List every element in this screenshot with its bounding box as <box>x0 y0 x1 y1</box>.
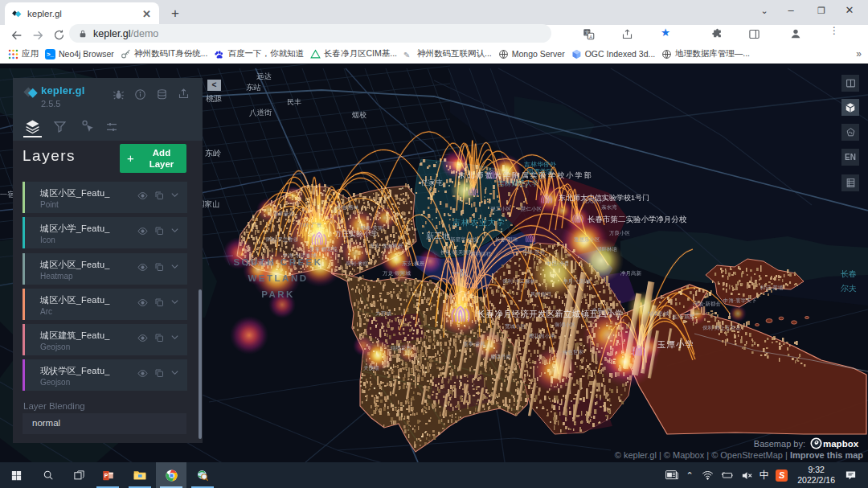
svg-text:御湖小区: 御湖小区 <box>555 322 576 327</box>
svg-text:吉大附小: 吉大附小 <box>582 198 604 204</box>
svg-text:雷明锦程: 雷明锦程 <box>470 251 492 257</box>
svg-text:宽城小区: 宽城小区 <box>505 323 526 330</box>
svg-text:WETLAND: WETLAND <box>248 273 309 283</box>
svg-text:保利·海上五月花: 保利·海上五月花 <box>702 325 741 331</box>
svg-text:PARK: PARK <box>261 289 295 299</box>
svg-text:净月高新: 净月高新 <box>620 270 642 277</box>
svg-text:伟峰·东第: 伟峰·东第 <box>360 225 383 231</box>
svg-text:mapbox: mapbox <box>823 439 859 449</box>
svg-text:玉潭小学: 玉潭小学 <box>657 339 694 349</box>
svg-text:雅居乐小区: 雅居乐小区 <box>574 236 600 243</box>
svg-text:中海·水岸春城: 中海·水岸春城 <box>283 252 317 259</box>
svg-text:万庄实验小学: 万庄实验小学 <box>334 230 378 238</box>
svg-text:远达: 远达 <box>256 72 272 80</box>
svg-text:八道街: 八道街 <box>249 108 272 117</box>
svg-text:P: P <box>104 473 108 478</box>
svg-text:湖畔林语: 湖畔林语 <box>596 246 618 252</box>
svg-text:净月·七彩城: 净月·七彩城 <box>563 278 591 285</box>
svg-text:民丰: 民丰 <box>287 98 301 106</box>
svg-text:绿地·新都会: 绿地·新都会 <box>693 301 721 307</box>
svg-text:伟峰·慧谷: 伟峰·慧谷 <box>522 249 546 256</box>
svg-text:慧仁小区: 慧仁小区 <box>520 206 542 211</box>
svg-text:保利·十二橡树: 保利·十二橡树 <box>502 278 536 284</box>
svg-text:中信·净月: 中信·净月 <box>547 260 569 267</box>
svg-text:长春市第二实验小学净月分校: 长春市第二实验小学净月分校 <box>588 215 687 223</box>
svg-text:大有城: 大有城 <box>375 310 391 316</box>
svg-text:天茂湖: 天茂湖 <box>363 365 379 371</box>
svg-text:东岭: 东岭 <box>205 149 221 158</box>
svg-text:吉林财经大学: 吉林财经大学 <box>497 179 539 187</box>
svg-text:亚泰·樱花苑: 亚泰·樱花苑 <box>309 246 338 252</box>
svg-text:亲水湾: 亲水湾 <box>601 204 617 211</box>
svg-text:东站: 东站 <box>246 83 261 92</box>
svg-text:东安·枫景: 东安·枫景 <box>402 260 425 266</box>
svg-text:净月小区: 净月小区 <box>592 307 613 314</box>
svg-text:康诗丹郡: 康诗丹郡 <box>490 354 511 360</box>
svg-text:尔夫: 尔夫 <box>841 284 857 293</box>
svg-text:理工小区: 理工小区 <box>490 206 512 211</box>
svg-text:任家屯: 任家屯 <box>420 178 443 187</box>
svg-text:东安·澳洲枫景: 东安·澳洲枫景 <box>370 243 403 249</box>
svg-text:保利·罗兰香谷: 保利·罗兰香谷 <box>265 236 299 243</box>
svg-text:东北师范大学附属实验学校小学部: 东北师范大学附属实验学校小学部 <box>457 171 593 179</box>
svg-text:金色世家: 金色世家 <box>563 349 584 355</box>
svg-text:长春·明珠: 长春·明珠 <box>495 236 518 243</box>
svg-text:新工地: 新工地 <box>426 232 450 240</box>
svg-text:东北师大中信实验学校1号门: 东北师大中信实验学校1号门 <box>558 194 649 202</box>
svg-text:一队: 一队 <box>452 269 469 277</box>
svg-text:万科·惠斯勒: 万科·惠斯勒 <box>246 260 274 266</box>
svg-text:远洋·戚墅: 远洋·戚墅 <box>672 314 695 320</box>
svg-text:力旺·广景: 力旺·广景 <box>299 222 322 228</box>
svg-text:长电·晓天国际: 长电·晓天国际 <box>440 249 474 256</box>
svg-text:樱花园小学: 樱花园小学 <box>529 333 555 339</box>
svg-text:万良小区: 万良小区 <box>609 230 631 236</box>
svg-text:新星宇·之悦: 新星宇·之悦 <box>450 236 478 243</box>
svg-text:烟校: 烟校 <box>351 111 366 119</box>
svg-text:桃源: 桃源 <box>206 94 222 103</box>
svg-text:万龙·银河城: 万龙·银河城 <box>383 270 411 277</box>
svg-text:亚泰·豪苑: 亚泰·豪苑 <box>463 341 486 347</box>
svg-text:金地·格林: 金地·格林 <box>336 204 359 211</box>
svg-text:保利·香槟: 保利·香槟 <box>346 260 369 267</box>
svg-text:和记·黄埔: 和记·黄埔 <box>760 285 784 291</box>
svg-text:御翠豪庭: 御翠豪庭 <box>273 211 295 216</box>
svg-text:怡众名城: 怡众名城 <box>647 310 669 317</box>
svg-text:锦绣花园: 锦绣花园 <box>390 345 411 351</box>
svg-text:吉林华侨外: 吉林华侨外 <box>524 161 556 168</box>
svg-text:吉林农业大学: 吉林农业大学 <box>452 218 506 227</box>
svg-text:A: A <box>589 35 592 39</box>
svg-text:风景假日: 风景假日 <box>530 291 551 297</box>
svg-text:长春: 长春 <box>841 269 857 278</box>
svg-text:中海·寰宇天下: 中海·寰宇天下 <box>723 297 757 304</box>
